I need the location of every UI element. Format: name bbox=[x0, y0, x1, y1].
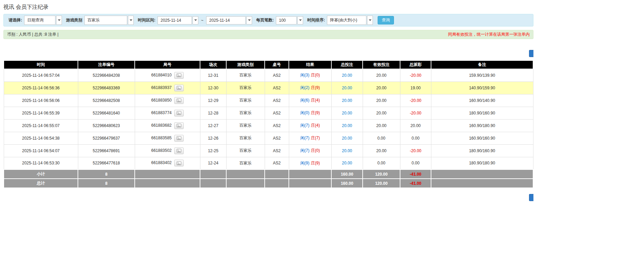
caret-icon bbox=[248, 19, 251, 21]
query-type-select[interactable]: 日期查询 bbox=[24, 16, 62, 25]
cell-result: 闲(6)庄(4) bbox=[289, 94, 331, 107]
table-row: 2025-11-14 06:54:07 522966478691 6618835… bbox=[4, 144, 533, 157]
cell-game-type: 百家乐 bbox=[226, 132, 265, 144]
cell-total-bet: 20.00 bbox=[331, 144, 363, 157]
game-type-select[interactable]: 百家乐 bbox=[84, 16, 134, 25]
date-from-picker[interactable]: 2025-11-14 bbox=[158, 16, 198, 24]
total-bet-link[interactable]: 20.00 bbox=[342, 98, 352, 103]
chevron-down-icon[interactable] bbox=[367, 16, 373, 25]
date-range-separator: ~ bbox=[201, 18, 203, 23]
date-to-picker[interactable]: 2025-11-14 bbox=[206, 16, 252, 24]
total-bet-link[interactable]: 20.00 bbox=[342, 73, 352, 78]
date-to-value[interactable]: 2025-11-14 bbox=[206, 16, 246, 24]
page-content: 视讯 会员下注纪录 请选择: 日期查询 游戏类别 百家乐 时间区间: 2025-… bbox=[3, 0, 533, 202]
video-replay-button[interactable] bbox=[174, 97, 184, 104]
video-replay-button[interactable] bbox=[174, 72, 184, 79]
chevron-down-icon[interactable] bbox=[56, 16, 62, 25]
col-header-result: 结果 bbox=[289, 60, 331, 69]
result-banker: 庄(0) bbox=[311, 73, 320, 77]
page-title: 视讯 会员下注纪录 bbox=[3, 0, 533, 14]
game-type-label: 游戏类别 bbox=[66, 17, 82, 23]
cell-round-id: 661883937 bbox=[135, 82, 200, 94]
round-id-text: 661884010 bbox=[151, 73, 171, 77]
col-header-total-bet: 总投注 bbox=[331, 60, 363, 69]
bottom-gap bbox=[3, 188, 533, 202]
video-replay-button[interactable] bbox=[174, 122, 184, 129]
cell-bet-id: 522966482508 bbox=[78, 94, 135, 107]
col-header-time: 时间 bbox=[4, 60, 78, 69]
cell-result: 闲(2)庄(9) bbox=[289, 82, 331, 94]
result-banker: 庄(4) bbox=[311, 98, 320, 103]
subtotal-empty bbox=[265, 170, 289, 179]
time-sort-value[interactable]: 降幂(由大到小) bbox=[327, 16, 366, 25]
currency-total-summary: 币别 : 人民币 | 总共 :8 注单 | bbox=[7, 32, 59, 37]
result-banker: 庄(9) bbox=[311, 161, 320, 165]
table-row: 2025-11-14 06:57:04 522966484208 6618840… bbox=[4, 69, 533, 82]
cell-valid-bet: 20.00 bbox=[363, 82, 400, 94]
caret-icon bbox=[194, 19, 197, 21]
chevron-down-icon[interactable] bbox=[128, 16, 134, 25]
result-banker: 庄(7) bbox=[311, 136, 320, 140]
round-id-text: 661883937 bbox=[151, 85, 171, 90]
subtotal-label: 小计 bbox=[4, 170, 78, 179]
total-bet-link[interactable]: 20.00 bbox=[342, 86, 352, 90]
video-replay-button[interactable] bbox=[174, 110, 184, 117]
chevron-down-icon[interactable] bbox=[246, 16, 252, 24]
cell-valid-bet: 20.00 bbox=[363, 94, 400, 107]
video-icon bbox=[177, 161, 181, 165]
total-count: 8 bbox=[78, 179, 135, 188]
total-bet-link[interactable]: 20.00 bbox=[342, 136, 352, 141]
cell-payout: -20.00 bbox=[400, 144, 431, 157]
cell-note: 160.90/160.90 bbox=[431, 132, 533, 144]
info-bar: 币别 : 人民币 | 总共 :8 注单 | 同局有效投注，统一计算在该局第一张注… bbox=[3, 30, 533, 39]
video-icon bbox=[177, 111, 181, 115]
cell-result: 闲(7)庄(0) bbox=[289, 144, 331, 157]
video-icon bbox=[177, 73, 181, 77]
page-size-select[interactable]: 100 bbox=[276, 16, 303, 24]
table-row: 2025-11-14 06:53:30 522966477618 6618834… bbox=[4, 157, 533, 170]
time-sort-select[interactable]: 降幂(由大到小) bbox=[327, 16, 373, 25]
total-bet-link[interactable]: 20.00 bbox=[342, 123, 352, 128]
result-player: 闲(7) bbox=[300, 136, 310, 140]
cell-session: 12-30 bbox=[200, 82, 226, 94]
total-bet-link[interactable]: 20.00 bbox=[342, 111, 352, 115]
chevron-down-icon[interactable] bbox=[297, 16, 303, 24]
video-replay-button[interactable] bbox=[174, 85, 184, 91]
cell-session: 12-31 bbox=[200, 69, 226, 82]
total-bet-link[interactable]: 20.00 bbox=[342, 161, 352, 165]
subtotal-empty bbox=[200, 170, 226, 179]
video-replay-button[interactable] bbox=[174, 147, 184, 154]
cell-result: 闲(3)庄(0) bbox=[289, 69, 331, 82]
table-row: 2025-11-14 06:56:36 522966483369 6618839… bbox=[4, 82, 533, 94]
page-size-value[interactable]: 100 bbox=[276, 16, 297, 24]
cell-total-bet: 20.00 bbox=[331, 157, 363, 170]
cell-time: 2025-11-14 06:55:39 bbox=[4, 107, 78, 119]
total-bet-link[interactable]: 20.00 bbox=[342, 148, 352, 153]
cell-round-id: 661883585 bbox=[135, 132, 200, 144]
query-type-value[interactable]: 日期查询 bbox=[24, 16, 55, 25]
subtotal-count: 8 bbox=[78, 170, 135, 179]
video-replay-button[interactable] bbox=[174, 135, 184, 142]
video-replay-button[interactable] bbox=[174, 160, 184, 166]
cell-round-id: 661883682 bbox=[135, 119, 200, 132]
date-from-value[interactable]: 2025-11-14 bbox=[158, 16, 192, 24]
cell-bet-id: 522966479637 bbox=[78, 132, 135, 144]
toolbar-gap bbox=[3, 39, 533, 60]
video-icon bbox=[177, 149, 181, 153]
cell-result: 闲(7)庄(7) bbox=[289, 132, 331, 144]
cell-time: 2025-11-14 06:54:38 bbox=[4, 132, 78, 144]
cell-note: 160.90/180.90 bbox=[431, 119, 533, 132]
filter-bar: 请选择: 日期查询 游戏类别 百家乐 时间区间: 2025-11-14 ~ 20… bbox=[3, 14, 533, 26]
subtotal-payout: -41.00 bbox=[400, 170, 431, 179]
col-header-round-id: 局号 bbox=[135, 60, 200, 69]
result-player: 闲(6) bbox=[300, 98, 310, 103]
cell-time: 2025-11-14 06:53:30 bbox=[4, 157, 78, 170]
cell-bet-id: 522966478691 bbox=[78, 144, 135, 157]
chevron-down-icon[interactable] bbox=[193, 16, 198, 24]
partial-button-bottom[interactable] bbox=[529, 194, 533, 201]
search-button[interactable]: 查询 bbox=[378, 16, 394, 24]
game-type-value[interactable]: 百家乐 bbox=[84, 16, 127, 25]
total-empty bbox=[135, 179, 200, 188]
cell-note: 180.90/160.90 bbox=[431, 107, 533, 119]
partial-button-top[interactable] bbox=[529, 50, 533, 57]
